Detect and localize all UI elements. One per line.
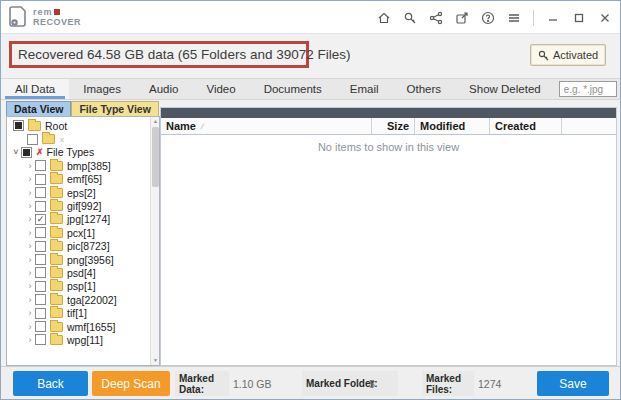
expander-open-icon[interactable]: ˅: [11, 147, 21, 157]
expander-collapsed-icon[interactable]: ›: [25, 241, 35, 251]
tab-images[interactable]: Images: [69, 79, 135, 99]
tree-item-wmf[interactable]: ›wmf[1655]: [7, 320, 159, 333]
expander-collapsed-icon[interactable]: ›: [25, 255, 35, 265]
checkbox[interactable]: [35, 160, 46, 171]
checkbox[interactable]: [13, 120, 24, 131]
checkbox[interactable]: [35, 308, 46, 319]
tree-scrollbar[interactable]: ▲ ▼: [150, 117, 159, 365]
tree-item-tga[interactable]: ›tga[22002]: [7, 293, 159, 306]
column-header-empty: [562, 118, 616, 134]
checkbox[interactable]: [35, 321, 46, 332]
tree-item-label: psd[4]: [67, 267, 96, 279]
tab-email[interactable]: Email: [336, 79, 393, 99]
expander-collapsed-icon[interactable]: ›: [25, 201, 35, 211]
tab-others[interactable]: Others: [393, 79, 456, 99]
activated-label: Activated: [553, 49, 598, 61]
tab-video[interactable]: Video: [192, 79, 249, 99]
folder-icon: [50, 322, 63, 332]
checkbox[interactable]: ✓: [35, 214, 46, 225]
share-icon[interactable]: [429, 11, 443, 25]
expander-collapsed-icon[interactable]: ›: [25, 188, 35, 198]
column-header-modified[interactable]: Modified: [415, 118, 490, 134]
close-icon[interactable]: [598, 11, 612, 25]
scroll-down-icon[interactable]: ▼: [151, 356, 160, 365]
tree-item-wpg[interactable]: ›wpg[11]: [7, 333, 159, 346]
home-icon[interactable]: [377, 11, 391, 25]
checkbox[interactable]: [35, 334, 46, 345]
maximize-icon[interactable]: [572, 11, 586, 25]
tree-item-tif[interactable]: ›tif[1]: [7, 306, 159, 319]
tab-file-type-view[interactable]: File Type View: [71, 101, 158, 116]
tree-item-label: pcx[1]: [67, 227, 95, 239]
tree-item-emf[interactable]: ›emf[65]: [7, 173, 159, 186]
open-external-icon[interactable]: [455, 11, 469, 25]
app-logo: rem RECOVER: [9, 6, 81, 28]
checkbox[interactable]: [35, 281, 46, 292]
checkbox[interactable]: [27, 134, 38, 145]
tab-data-view[interactable]: Data View: [6, 101, 71, 116]
tree-item-unnamed[interactable]: x: [7, 132, 159, 145]
back-button[interactable]: Back: [13, 371, 88, 396]
sort-indicator-icon: ∕: [202, 122, 203, 131]
menu-icon[interactable]: [507, 11, 521, 25]
checkbox[interactable]: [35, 201, 46, 212]
tree-item-eps[interactable]: ›eps[2]: [7, 186, 159, 199]
tree-item-label: wpg[11]: [67, 334, 103, 346]
tree-item-psp[interactable]: ›psp[1]: [7, 280, 159, 293]
tree-item-png[interactable]: ›png[3956]: [7, 253, 159, 266]
checkbox[interactable]: [35, 241, 46, 252]
expander-collapsed-icon[interactable]: ›: [25, 295, 35, 305]
search-key-icon[interactable]: [403, 11, 417, 25]
column-header-name[interactable]: Name ∕: [161, 118, 372, 134]
checkbox[interactable]: [35, 267, 46, 278]
search-input[interactable]: [559, 81, 617, 97]
folder-tree: Root x ˅ ✗ File Types ›bmp[385]›emf[65]›…: [7, 117, 159, 347]
tab-all-data[interactable]: All Data: [1, 79, 69, 99]
checkbox[interactable]: [35, 254, 46, 265]
tab-show-deleted[interactable]: Show Deleted: [455, 79, 555, 99]
expander-collapsed-icon[interactable]: ›: [25, 214, 35, 224]
checkbox[interactable]: [35, 294, 46, 305]
tree-item-bmp[interactable]: ›bmp[385]: [7, 159, 159, 172]
scrollbar-thumb[interactable]: [152, 127, 159, 187]
scroll-up-icon[interactable]: ▲: [151, 117, 160, 126]
marked-data-label: Marked Data:: [179, 373, 225, 395]
tree-item-gif[interactable]: ›gif[992]: [7, 199, 159, 212]
expander-collapsed-icon[interactable]: ›: [25, 281, 35, 291]
expander-collapsed-icon[interactable]: ›: [25, 335, 35, 345]
help-icon[interactable]: [481, 11, 495, 25]
tree-item-pic[interactable]: ›pic[8723]: [7, 240, 159, 253]
tab-audio[interactable]: Audio: [135, 79, 192, 99]
checkbox[interactable]: [35, 187, 46, 198]
expander-collapsed-icon[interactable]: ›: [25, 268, 35, 278]
tree-item-label: psp[1]: [67, 280, 96, 292]
marked-files-value: 1274: [478, 371, 501, 396]
tree-item-jpg[interactable]: ›✓jpg[1274]: [7, 213, 159, 226]
checkbox[interactable]: [21, 147, 32, 158]
expander-collapsed-icon[interactable]: ›: [25, 228, 35, 238]
expander-collapsed-icon[interactable]: ›: [25, 174, 35, 184]
expander-collapsed-icon[interactable]: ›: [25, 308, 35, 318]
tree-item-file-types[interactable]: ˅ ✗ File Types: [7, 146, 159, 159]
minimize-icon[interactable]: [546, 11, 560, 25]
marked-folder-chip: Marked Folder:: [302, 371, 398, 396]
column-header-created[interactable]: Created: [490, 118, 562, 134]
checkbox[interactable]: [35, 174, 46, 185]
checkbox[interactable]: [35, 227, 46, 238]
activated-button[interactable]: Activated: [530, 44, 606, 66]
column-header-size[interactable]: Size: [372, 118, 415, 134]
logo-text-recover: RECOVER: [33, 18, 81, 27]
tree-item-root[interactable]: Root: [7, 119, 159, 132]
tree-item-pcx[interactable]: ›pcx[1]: [7, 226, 159, 239]
marked-data-chip: Marked Data:: [175, 371, 229, 396]
marked-folder-label: Marked Folder:: [306, 378, 378, 389]
tree-item-label: gif[992]: [67, 200, 101, 212]
save-button[interactable]: Save: [537, 371, 609, 396]
deep-scan-button[interactable]: Deep Scan: [92, 371, 170, 396]
folder-icon: [50, 335, 63, 345]
expander-collapsed-icon[interactable]: ›: [25, 322, 35, 332]
tab-documents[interactable]: Documents: [250, 79, 336, 99]
footer-bar: Back Deep Scan Marked Data: 1.10 GB Mark…: [1, 366, 620, 399]
tree-item-psd[interactable]: ›psd[4]: [7, 266, 159, 279]
expander-collapsed-icon[interactable]: ›: [25, 161, 35, 171]
